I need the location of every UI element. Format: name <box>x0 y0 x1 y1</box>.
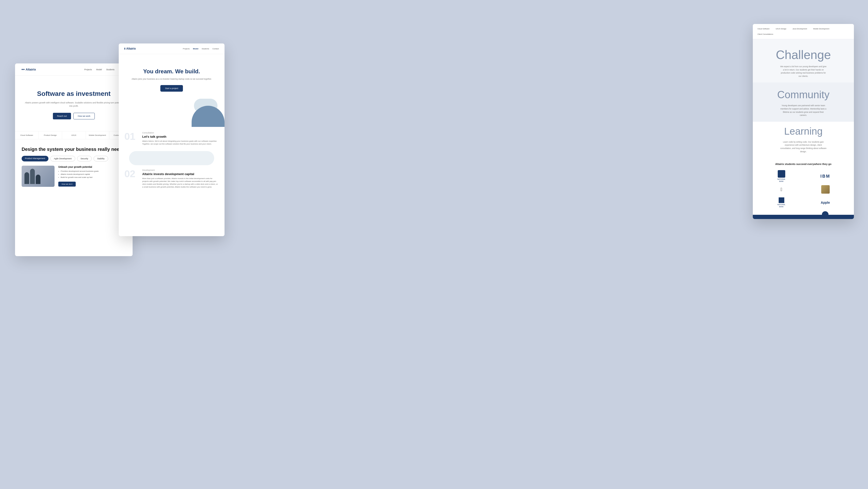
service-desc-2: More than just a software provider, Alta… <box>142 177 219 189</box>
nav-students[interactable]: Students <box>106 68 115 71</box>
service-num-1: 01 <box>124 132 138 141</box>
service-desc-1: Altairix listens. We're all about integr… <box>142 140 219 145</box>
national-bank-logo: NATIONALBANK <box>777 170 785 182</box>
service-blob-1 <box>129 151 214 165</box>
tab-cloud-software[interactable]: Cloud Software <box>15 131 38 139</box>
bullet-1: Prioritize development around business g… <box>58 170 98 172</box>
odaia-logo: Apple <box>821 201 830 204</box>
services-mid: 01 Consultation Let's talk growth Altair… <box>119 129 224 196</box>
logo-item-crest <box>805 185 845 194</box>
service-subtitle-1: Consultation <box>142 132 219 134</box>
nav-mid-contact[interactable]: Contact <box>212 48 219 50</box>
logo-item-apple:  <box>761 185 802 194</box>
challenge-desc: We expect a lot from our young developer… <box>780 65 827 78</box>
tab-mobile-dev[interactable]: Mobile Development <box>86 131 109 139</box>
logo-item-national-2: NATIONALBANK <box>761 198 802 207</box>
hero-left: Software as investment Altairix powers g… <box>15 76 133 126</box>
hero-title-mid: You dream. We build. <box>127 68 216 75</box>
tag-agile[interactable]: Agile Development <box>50 156 75 161</box>
tab-product-design[interactable]: Product Design <box>38 131 62 139</box>
reach-out-button[interactable]: Reach out <box>53 113 71 119</box>
hero-subtitle-left: Altairix powers growth with intelligent … <box>25 101 123 108</box>
succeed-text: Altairix students succeed everywhere the… <box>753 158 854 169</box>
national-icon-2 <box>779 197 784 203</box>
window-left: Altairix Projects Model Students Contact… <box>15 63 133 256</box>
logo-dots-mid <box>124 48 125 50</box>
learning-heading: Learning <box>761 126 845 136</box>
logo-dots <box>22 69 25 70</box>
ibm-logo: IBM <box>820 174 830 179</box>
logo-item-ibm: IBM <box>805 171 845 181</box>
nav-mid-model[interactable]: Model <box>193 48 198 50</box>
hero-btns-left: Reach out How we work <box>25 113 123 119</box>
logo-mid: Altairix <box>124 47 136 50</box>
section-learning: Learning Learn code by writing code. Our… <box>753 122 854 158</box>
tag-product-management[interactable]: Product Management <box>22 156 49 161</box>
logo-text-mid: Altairix <box>126 47 136 50</box>
nav-links-mid: Projects Model Students Contact <box>183 48 219 50</box>
apple-logo:  <box>780 187 782 192</box>
hero-subtitle-mid: Altairix joins your business as a co-inv… <box>127 77 216 81</box>
window-mid: Altairix Projects Model Students Contact… <box>119 43 224 236</box>
national-logo-2: NATIONALBANK <box>777 197 785 208</box>
logo-dot-mid-2 <box>124 48 125 50</box>
nav-projects[interactable]: Projects <box>84 68 92 71</box>
section-community: Community Young developers are partnered… <box>753 83 854 122</box>
learning-desc: Learn code by writing code. Our students… <box>780 140 827 153</box>
bullet-3: Build for growth now and scale up fast <box>58 176 98 178</box>
national-text-2: NATIONALBANK <box>777 203 785 208</box>
top-tab-client[interactable]: Client Consultations <box>755 32 776 36</box>
service-subtitle-2: Development <box>142 169 219 171</box>
card-title: Unleash your growth potential <box>58 166 98 168</box>
nav-left: Altairix Projects Model Students Contact <box>15 63 133 76</box>
community-desc: Young developers are partnered with seni… <box>780 104 827 117</box>
community-heading: Community <box>761 90 845 100</box>
bottom-bar <box>753 215 854 219</box>
section-title-left: Design the system your business really n… <box>22 146 126 152</box>
hero-title-left: Software as investment <box>25 90 123 98</box>
service-tabs-left: Cloud Software Product Design UI/UX Mobi… <box>15 131 133 139</box>
service-item-1: 01 Consultation Let's talk growth Altair… <box>124 132 219 145</box>
service-title-2: Altairix invests development capital <box>142 172 219 176</box>
tab-uiux[interactable]: UI/UX <box>62 131 86 139</box>
window-right: Cloud Software UI/UX Design Java Develop… <box>753 24 854 219</box>
nav-model[interactable]: Model <box>96 68 102 71</box>
service-num-2: 02 <box>124 169 138 179</box>
content-image <box>22 166 55 187</box>
logo-left: Altairix <box>22 68 36 71</box>
start-project-button[interactable]: Start a project <box>160 85 183 92</box>
crest-logo <box>821 185 830 194</box>
section-challenge: Challenge We expect a lot from our young… <box>753 39 854 83</box>
service-content-1: Consultation Let's talk growth Altairix … <box>142 132 219 145</box>
service-title-1: Let's talk growth <box>142 135 219 138</box>
tag-security[interactable]: Security <box>77 156 92 161</box>
nav-mid-projects[interactable]: Projects <box>183 48 190 50</box>
challenge-heading: Challenge <box>761 48 845 61</box>
tag-stability[interactable]: Stability <box>94 156 108 161</box>
bullet-2: Altairix invests development capital <box>58 173 98 175</box>
logo-dot-2 <box>23 69 25 70</box>
cloud-illustration <box>142 99 224 129</box>
logo-text-left: Altairix <box>26 68 36 71</box>
logo-item-odaia: Apple <box>805 198 845 207</box>
nav-mid: Altairix Projects Model Students Contact <box>119 43 224 54</box>
service-item-2: 02 Development Altairix invests developm… <box>124 169 219 189</box>
service-content-2: Development Altairix invests development… <box>142 169 219 189</box>
logo-dot-1 <box>22 69 23 70</box>
hero-mid: You dream. We build. Altairix joins your… <box>119 54 224 99</box>
how-we-work-button[interactable]: How we work <box>73 113 95 119</box>
card-btn[interactable]: How we do it <box>58 182 76 187</box>
card-bullets: Prioritize development around business g… <box>58 170 98 178</box>
top-tab-mobile[interactable]: Mobile Development <box>811 27 832 31</box>
top-tab-cloud[interactable]: Cloud Software <box>755 27 772 31</box>
content-text-left: Unleash your growth potential Prioritize… <box>58 166 98 187</box>
content-row-left: Unleash your growth potential Prioritize… <box>22 166 126 187</box>
national-bank-icon <box>778 170 785 177</box>
logo-item-national: NATIONALBANK <box>761 171 802 181</box>
national-bank-text: NATIONALBANK <box>777 178 785 182</box>
top-tab-uiux[interactable]: UI/UX Design <box>773 27 788 31</box>
partner-logos: NATIONALBANK IBM  NATIONALBANK Apple <box>753 169 854 219</box>
nav-mid-students[interactable]: Students <box>202 48 209 50</box>
section-left: Design the system your business really n… <box>15 139 133 194</box>
top-tab-java[interactable]: Java Development <box>790 27 809 31</box>
